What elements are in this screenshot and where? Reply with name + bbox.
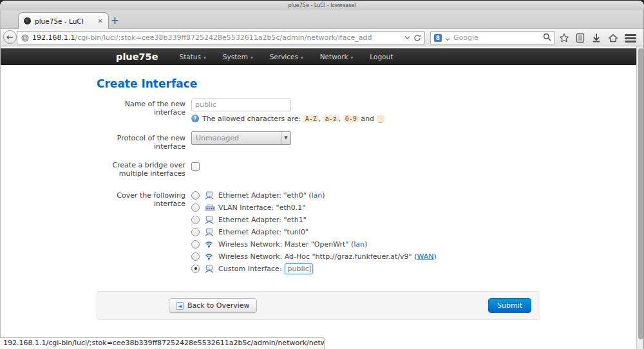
- help-text: The allowed characters are: A-Z, a-z, 0-…: [202, 115, 384, 123]
- page-title: Create Interface: [97, 77, 541, 90]
- interface-option-label: Ethernet Adapter: "tunl0": [218, 228, 308, 236]
- custom-interface-input[interactable]: public: [285, 263, 313, 274]
- wifi-icon: [205, 252, 215, 261]
- radio-button[interactable]: [191, 203, 200, 212]
- help-icon: ?: [191, 115, 199, 122]
- browser-tab[interactable]: plue75e - LuCI ✕: [18, 12, 109, 29]
- radio-button[interactable]: [191, 216, 200, 224]
- interface-option[interactable]: Custom Interface: public: [191, 263, 541, 275]
- engine-dropdown-icon[interactable]: [445, 32, 450, 44]
- downloads-icon[interactable]: [591, 33, 601, 43]
- interface-option-label: Ethernet Adapter: "eth0" (lan): [218, 191, 325, 200]
- name-label: Name of the new interface: [97, 97, 185, 117]
- reload-icon[interactable]: [413, 34, 421, 42]
- bridge-checkbox[interactable]: [191, 162, 200, 171]
- wifi-icon: [205, 240, 215, 249]
- home-icon[interactable]: [608, 33, 618, 43]
- window-title: plue75e - LuCI - Iceweasel: [0, 1, 644, 10]
- interface-option[interactable]: Ethernet Adapter: "eth1": [191, 214, 541, 226]
- help-text-segment: ,: [339, 115, 343, 123]
- caret-down-icon: ▾: [251, 55, 253, 61]
- browser-toolbar: ← 192.168.1.1/cgi-bin/luci/;stok=cee38b3…: [0, 29, 644, 46]
- back-button[interactable]: ←: [3, 30, 17, 44]
- link-target-statusbar: 192.168.1.1/cgi-bin/luci/;stok=cee38b339…: [0, 337, 325, 349]
- interface-option-label: Wireless Network: Master "OpenWrt" (lan): [218, 240, 367, 249]
- protocol-label: Protocol of the new interface: [97, 131, 185, 151]
- window-left-edge: [0, 10, 1, 349]
- tab-title: plue75e - LuCI: [35, 17, 94, 25]
- nav-item-logout[interactable]: Logout: [361, 53, 401, 61]
- interface-option[interactable]: Ethernet Adapter: "eth0" (lan): [191, 189, 541, 202]
- ethernet-icon: [205, 191, 215, 200]
- allowed-char-code: a-z: [323, 115, 339, 122]
- interface-option-label: Custom Interface:: [218, 265, 282, 273]
- nav-item-services[interactable]: Services▾: [261, 53, 312, 61]
- cover-row: Cover the following interface Ethernet A…: [97, 189, 541, 275]
- scrollbar-thumb[interactable]: [638, 48, 643, 339]
- caret-down-icon: ▾: [204, 55, 206, 61]
- interface-option-label: VLAN Interface: "eth0.1": [218, 203, 305, 212]
- nav-item-status[interactable]: Status▾: [171, 53, 214, 61]
- radio-button[interactable]: [191, 191, 200, 200]
- search-placeholder: Google: [453, 33, 540, 42]
- select-arrow-icon[interactable]: ▼: [281, 132, 290, 144]
- interface-option[interactable]: Ethernet Adapter: "tunl0": [191, 226, 541, 238]
- lan-link[interactable]: lan: [312, 191, 323, 200]
- protocol-select[interactable]: Unmanaged ▼: [191, 131, 291, 145]
- page-actions: ◄ Back to Overview Submit: [97, 291, 540, 320]
- text-caret: [310, 265, 310, 272]
- url-bar[interactable]: 192.168.1.1/cgi-bin/luci/;stok=cee38b339…: [17, 31, 425, 44]
- back-to-overview-label: Back to Overview: [187, 301, 250, 310]
- radio-button[interactable]: [191, 252, 200, 261]
- caret-down-icon: ▾: [351, 55, 354, 61]
- back-to-overview-button[interactable]: ◄ Back to Overview: [169, 298, 257, 313]
- radio-button[interactable]: [191, 265, 200, 273]
- search-input[interactable]: 8 Google: [430, 31, 555, 44]
- protocol-row: Protocol of the new interface Unmanaged …: [97, 131, 541, 151]
- bookmarks-list-icon[interactable]: [575, 33, 585, 43]
- tab-close-icon[interactable]: ✕: [98, 17, 103, 24]
- radio-button[interactable]: [191, 228, 200, 236]
- nav-item-network[interactable]: Network▾: [312, 53, 362, 61]
- ethernet-icon: [205, 216, 215, 224]
- titlebar: plue75e - LuCI - Iceweasel: [0, 1, 644, 10]
- window-frame: plue75e - LuCI - Iceweasel: [0, 0, 644, 10]
- interface-option-label: Ethernet Adapter: "eth1": [218, 216, 307, 224]
- create-interface-form: Name of the new interface ? The allowed …: [97, 97, 541, 275]
- globe-icon: [21, 34, 29, 42]
- radio-button[interactable]: [191, 240, 200, 249]
- cover-label: Cover the following interface: [97, 189, 185, 208]
- url-text[interactable]: 192.168.1.1/cgi-bin/luci/;stok=cee38b339…: [32, 33, 401, 42]
- vlan-icon: [205, 203, 215, 212]
- lan-link[interactable]: lan: [354, 240, 365, 249]
- interface-name-input[interactable]: [191, 99, 291, 111]
- search-icon[interactable]: [543, 32, 551, 44]
- menu-icon[interactable]: [625, 34, 636, 44]
- bridge-label: Create a bridge over multiple interfaces: [97, 160, 185, 178]
- protocol-selected-value: Unmanaged: [196, 134, 239, 142]
- name-row: Name of the new interface ? The allowed …: [97, 97, 541, 123]
- ethernet-icon: [205, 228, 215, 236]
- caret-down-icon: ▾: [301, 55, 303, 61]
- wan-link[interactable]: WAN: [417, 252, 433, 261]
- custom-interface-value: public: [288, 265, 309, 273]
- url-domain: 192.168.1.1: [32, 33, 75, 42]
- hostname-brand[interactable]: plue75e: [116, 52, 158, 62]
- new-tab-button[interactable]: +: [111, 15, 119, 26]
- submit-button[interactable]: Submit: [488, 298, 531, 313]
- help-text-segment: and: [359, 115, 377, 123]
- url-dropdown-icon[interactable]: [404, 35, 410, 40]
- allowed-char-code: 0-9: [343, 115, 359, 122]
- interface-option[interactable]: Wireless Network: Master "OpenWrt" (lan): [191, 238, 541, 250]
- interface-option[interactable]: Wireless Network: Ad-Hoc "http://graz.fu…: [191, 250, 541, 263]
- back-arrow-icon: ◄: [176, 302, 184, 310]
- tab-favicon-icon: [24, 17, 31, 24]
- tab-bar: plue75e - LuCI ✕ +: [0, 10, 644, 29]
- main-content: Create Interface Name of the new interfa…: [97, 65, 541, 275]
- interface-option[interactable]: VLAN Interface: "eth0.1": [191, 202, 541, 214]
- allowed-char-code: _: [377, 115, 384, 122]
- luci-menu: Status▾System▾Services▾Network▾Logout: [171, 53, 402, 61]
- google-engine-icon[interactable]: 8: [434, 34, 442, 42]
- bookmark-star-icon[interactable]: [559, 33, 569, 43]
- nav-item-system[interactable]: System▾: [214, 53, 261, 61]
